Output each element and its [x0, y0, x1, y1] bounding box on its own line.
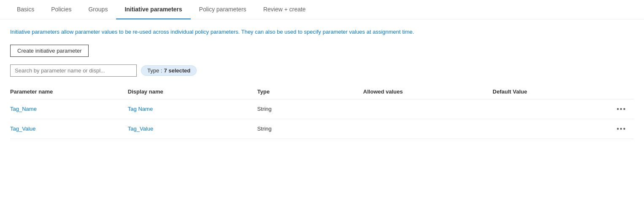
tab-groups[interactable]: Groups	[80, 0, 116, 19]
col-header-actions	[598, 85, 634, 99]
col-header-display-name: Display name	[128, 85, 257, 99]
param-name-cell-1[interactable]: Tag_Value	[10, 126, 35, 132]
display-name-cell-1[interactable]: Tag_Value	[128, 126, 153, 132]
type-cell-0: String	[257, 99, 363, 119]
allowed-values-cell-0	[363, 99, 493, 119]
table-row: Tag_Name Tag Name String •••	[10, 99, 634, 119]
type-filter-badge[interactable]: Type : 7 selected	[141, 65, 197, 76]
main-content: Initiative parameters allow parameter va…	[0, 19, 644, 147]
table-row: Tag_Value Tag_Value String •••	[10, 119, 634, 139]
tab-policies[interactable]: Policies	[43, 0, 80, 19]
allowed-values-cell-1	[363, 119, 493, 139]
tab-basics[interactable]: Basics	[8, 0, 43, 19]
type-cell-1: String	[257, 119, 363, 139]
col-header-param-name: Parameter name	[10, 85, 128, 99]
create-initiative-parameter-button[interactable]: Create initiative parameter	[10, 45, 89, 57]
default-value-cell-0	[492, 99, 598, 119]
search-input[interactable]	[10, 64, 137, 77]
table-header-row: Parameter name Display name Type Allowed…	[10, 85, 634, 99]
display-name-cell-0[interactable]: Tag Name	[128, 106, 153, 112]
nav-tabs: Basics Policies Groups Initiative parame…	[0, 0, 644, 19]
default-value-cell-1	[492, 119, 598, 139]
more-options-button-0[interactable]: •••	[614, 104, 629, 114]
info-text: Initiative parameters allow parameter va…	[10, 28, 474, 36]
tab-review-create[interactable]: Review + create	[255, 0, 314, 19]
param-name-cell-0[interactable]: Tag_Name	[10, 106, 37, 112]
col-header-default-value: Default Value	[492, 85, 598, 99]
type-filter-prefix: Type :	[147, 67, 162, 74]
type-filter-value: 7 selected	[164, 67, 190, 74]
parameters-table: Parameter name Display name Type Allowed…	[10, 85, 634, 139]
tab-initiative-parameters[interactable]: Initiative parameters	[116, 0, 190, 19]
col-header-allowed-values: Allowed values	[363, 85, 493, 99]
filter-row: Type : 7 selected	[10, 64, 634, 77]
tab-policy-parameters[interactable]: Policy parameters	[191, 0, 255, 19]
col-header-type: Type	[257, 85, 363, 99]
more-options-button-1[interactable]: •••	[614, 124, 629, 134]
